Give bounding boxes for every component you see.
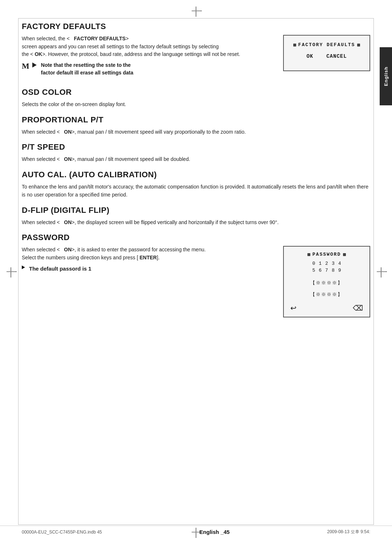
pw-dialog-title-text: PASSWORD — [313, 252, 341, 257]
pw-note-text: The default passord is 1 — [29, 266, 91, 272]
pt-speed-body: When selected < ON>, manual pan / tilt m… — [22, 155, 370, 163]
password-action-icons: ↩ ⌫ — [290, 304, 363, 312]
factory-body1-bold: FACTORY DEFAULTS — [74, 36, 126, 41]
factory-dialog-title: FACTORY DEFAULTS — [293, 42, 360, 48]
pw-num-9[interactable]: 9 — [338, 268, 341, 273]
proportional-pt-section: PROPORTIONAL P/T When selected < ON>, ma… — [22, 115, 370, 136]
border-left — [18, 18, 19, 525]
pw-body-start: When selected < — [22, 247, 60, 252]
pw-dialog-dot-left — [307, 253, 310, 256]
osd-color-section: OSD COLOR Selects the color of the on-sc… — [22, 88, 370, 109]
crosshair-top — [192, 7, 200, 15]
factory-dialog-title-text: FACTORY DEFAULTS — [298, 42, 355, 48]
pw-dialog-dot-right — [343, 253, 346, 256]
password-left: When selected < ON>, it is asked to ente… — [22, 246, 272, 276]
page-footer: 00000A-EU2_SCC-C7455P-ENG.indb 45 Englis… — [0, 526, 392, 535]
password-note: The default passord is 1 — [22, 266, 272, 272]
ptspeed-body-bold: ON — [64, 156, 72, 162]
factory-body1-end: > — [126, 36, 128, 41]
note-line2: factor default ill erase all settings da… — [41, 70, 133, 76]
factory-body3-ok: OK — [34, 51, 42, 57]
auto-cal-title: AUTO CAL. (AUTO CALIBRATION) — [22, 170, 370, 179]
factory-defaults-section: FACTORY DEFAULTS When selected, the < FA… — [22, 22, 370, 81]
pt-speed-section: P/T SPEED When selected < ON>, manual pa… — [22, 142, 370, 163]
border-top — [18, 18, 374, 19]
auto-cal-section: AUTO CAL. (AUTO CALIBRATION) To enhance … — [22, 170, 370, 199]
pw-num-8[interactable]: 8 — [332, 268, 335, 273]
border-bottom — [18, 524, 374, 525]
page: English FACTORY DEFAULTS When selected, … — [0, 0, 392, 543]
pw-body-end: >, it is asked to enter the password for… — [72, 247, 205, 252]
factory-defaults-title: FACTORY DEFAULTS — [22, 22, 370, 31]
crosshair-right — [377, 267, 385, 276]
factory-defaults-dialog: FACTORY DEFAULTS OK CANCEL — [283, 35, 370, 71]
proportional-pt-body: When selected < ON>, manual pan / tilt m… — [22, 128, 370, 136]
pw-num-3[interactable]: 3 — [332, 261, 335, 266]
factory-dialog-box: FACTORY DEFAULTS OK CANCEL — [283, 35, 370, 71]
dflip-body-end: >, the displayed screen will be flipped … — [72, 219, 278, 225]
password-delete-icon[interactable]: ⌫ — [353, 304, 363, 312]
pw-num-7[interactable]: 7 — [325, 268, 328, 273]
footer-filename: 00000A-EU2_SCC-C7455P-ENG.indb 45 — [22, 530, 102, 535]
crosshair-left — [7, 267, 15, 276]
osd-color-body: Selects the color of the on-screen displ… — [22, 101, 370, 109]
proportional-pt-title: PROPORTIONAL P/T — [22, 115, 370, 125]
language-tab: English — [380, 47, 392, 105]
pw-num-6[interactable]: 6 — [319, 268, 322, 273]
main-content: FACTORY DEFAULTS When selected, the < FA… — [22, 22, 370, 521]
pt-speed-title: P/T SPEED — [22, 142, 370, 152]
pw-num-4[interactable]: 4 — [338, 261, 341, 266]
password-title: PASSWORD — [22, 233, 370, 242]
factory-dialog-dot-left — [293, 44, 296, 46]
password-dialog-box: PASSWORD 0 1 2 3 4 5 6 7 8 — [283, 246, 370, 317]
factory-cancel-button[interactable]: CANCEL — [326, 53, 347, 59]
prop-body-bold: ON — [64, 129, 72, 135]
dflip-title: D-FLIP (DIGITAL FLIP) — [22, 206, 370, 215]
factory-body3-end: >. However, the protocol, baud rate, add… — [42, 51, 240, 57]
footer-date: 2009-08-13 오후 9:54: — [327, 529, 370, 535]
pw-body2-bold: ENTER — [140, 255, 157, 260]
dflip-section: D-FLIP (DIGITAL FLIP) When selected < ON… — [22, 206, 370, 227]
factory-defaults-body: When selected, the < FACTORY DEFAULTS> s… — [22, 35, 272, 58]
factory-defaults-layout: When selected, the < FACTORY DEFAULTS> s… — [22, 35, 370, 81]
note-m-label: M — [22, 62, 29, 70]
factory-defaults-left: When selected, the < FACTORY DEFAULTS> s… — [22, 35, 272, 81]
password-back-icon[interactable]: ↩ — [290, 304, 297, 312]
password-numpad: 0 1 2 3 4 5 6 7 8 9 — [312, 261, 341, 273]
pw-note-triangle — [22, 266, 25, 269]
ptspeed-body-start: When selected < — [22, 156, 60, 162]
pw-num-1[interactable]: 1 — [319, 261, 322, 266]
pw-num-5[interactable]: 5 — [312, 268, 315, 273]
factory-body3: the < — [22, 51, 33, 57]
pw-body2-end: ]. — [157, 255, 160, 260]
note-triangle-icon — [32, 62, 37, 68]
factory-note: M Note that the resetting the sste to th… — [22, 61, 272, 77]
password-section: PASSWORD When selected < ON>, it is aske… — [22, 233, 370, 317]
pw-body2: Select the numbers using direction keys … — [22, 255, 138, 260]
password-body: When selected < ON>, it is asked to ente… — [22, 246, 272, 262]
auto-cal-body: To enhance the lens and pan/tilt motor's… — [22, 183, 370, 199]
note-text: Note that the resetting the sste to the … — [41, 61, 133, 77]
pw-num-2[interactable]: 2 — [325, 261, 328, 266]
factory-body2: screen appears and you can reset all set… — [22, 44, 219, 49]
osd-color-title: OSD COLOR — [22, 88, 370, 97]
password-field1[interactable]: 【※※※※】 — [310, 280, 343, 286]
factory-ok-button[interactable]: OK — [306, 53, 313, 59]
password-dialog: PASSWORD 0 1 2 3 4 5 6 7 8 — [283, 246, 370, 317]
password-dialog-title: PASSWORD — [307, 252, 346, 257]
note-line1: Note that the resetting the sste to the — [41, 62, 131, 68]
page-number: English _45 — [199, 529, 229, 535]
dflip-body: When selected < ON>, the displayed scree… — [22, 219, 370, 227]
factory-dialog-buttons: OK CANCEL — [306, 53, 347, 59]
password-field2[interactable]: 【※※※※】 — [310, 291, 343, 298]
prop-body-start: When selected < — [22, 129, 60, 135]
password-layout: When selected < ON>, it is asked to ente… — [22, 246, 370, 317]
dflip-body-start: When selected < — [22, 219, 60, 225]
border-right — [373, 18, 374, 525]
dflip-body-bold: ON — [64, 219, 72, 225]
factory-dialog-dot-right — [357, 44, 360, 46]
factory-body1: When selected, the < — [22, 36, 70, 41]
language-tab-label: English — [383, 66, 389, 86]
pw-num-0[interactable]: 0 — [312, 261, 315, 266]
prop-body-end: >, manual pan / tilt movement speed will… — [72, 129, 246, 135]
